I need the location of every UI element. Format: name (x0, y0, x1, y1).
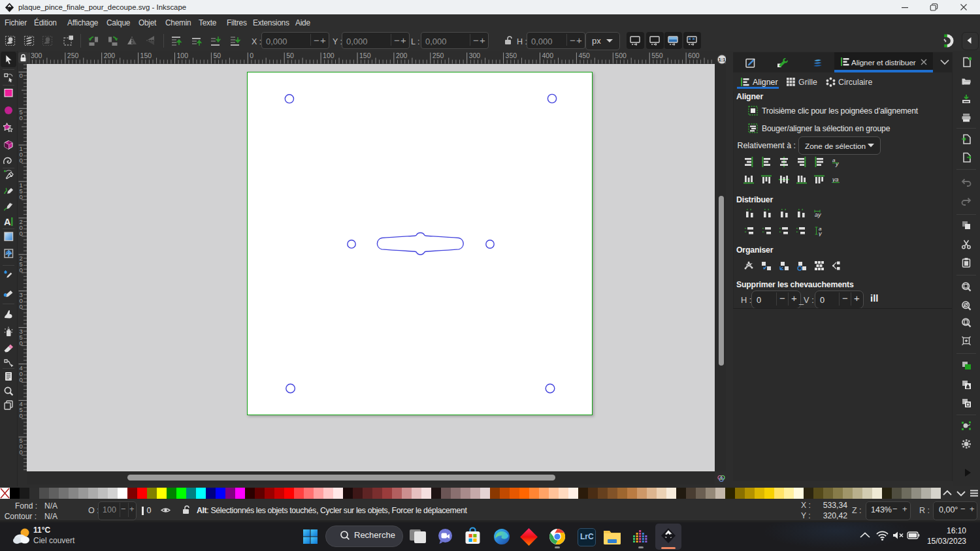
svg-text:50: 50 (286, 52, 294, 59)
svg-text:0: 0 (20, 376, 23, 383)
svg-text:0: 0 (20, 412, 23, 419)
svg-text:200: 200 (396, 52, 408, 59)
svg-text:300: 300 (31, 52, 42, 59)
svg-text:200: 200 (104, 52, 116, 59)
svg-text:0: 0 (20, 339, 23, 347)
svg-text:A: A (4, 217, 11, 227)
svg-text:600: 600 (688, 52, 700, 59)
svg-text:0: 0 (20, 114, 23, 121)
svg-text:0: 0 (20, 157, 23, 164)
svg-text:0: 0 (20, 303, 23, 310)
svg-text:0: 0 (250, 52, 253, 59)
svg-text:400: 400 (542, 52, 554, 59)
svg-text:250: 250 (433, 52, 444, 59)
svg-text:250: 250 (67, 52, 79, 59)
svg-text:100: 100 (177, 52, 189, 59)
svg-text:y: y (835, 161, 839, 167)
svg-text:0: 0 (20, 266, 23, 274)
svg-text:ya: ya (832, 176, 839, 183)
svg-text:150: 150 (140, 52, 152, 59)
svg-text:0: 0 (20, 193, 23, 200)
svg-text:150: 150 (359, 52, 371, 59)
svg-text:350: 350 (506, 52, 517, 59)
svg-text:0: 0 (20, 449, 23, 456)
svg-text:50: 50 (213, 52, 221, 59)
svg-text:y: y (818, 230, 822, 236)
svg-text:100: 100 (323, 52, 335, 59)
svg-text:0: 0 (20, 230, 23, 237)
svg-text:450: 450 (578, 52, 590, 59)
svg-text:500: 500 (615, 52, 627, 59)
svg-text:300: 300 (469, 52, 481, 59)
svg-text:1:1: 1:1 (719, 57, 726, 63)
svg-text:550: 550 (651, 52, 663, 59)
svg-text:0: 0 (20, 72, 23, 79)
